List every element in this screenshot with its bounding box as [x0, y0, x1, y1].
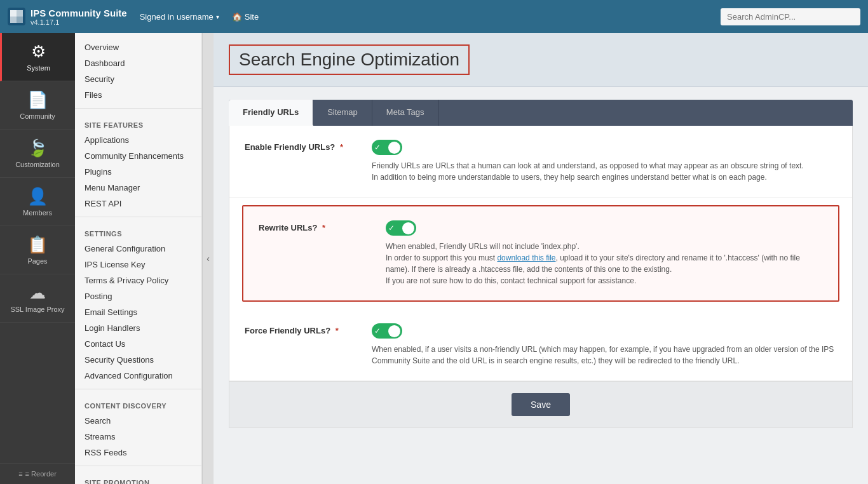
download-link[interactable]: download this file [497, 253, 555, 262]
sidebar-divider-3 [75, 389, 201, 389]
search-input[interactable] [721, 8, 860, 25]
sidebar-link-streams[interactable]: Streams [75, 429, 201, 445]
reorder-button[interactable]: ≡ ≡ Reorder [0, 463, 75, 484]
label-rewrite-urls: Rewrite URLs? * [259, 220, 386, 232]
control-enable-friendly-urls: ✓ Friendly URLs are URLs that a human ca… [372, 140, 837, 183]
svg-marker-3 [10, 17, 17, 23]
sidebar-divider-2 [75, 217, 201, 217]
sidebar-item-community-label: Community [20, 112, 55, 120]
content-body: Friendly URLs Sitemap Meta Tags Enable F… [214, 87, 868, 441]
system-icon: ⚙ [31, 42, 46, 62]
sidebar-link-plugins[interactable]: Plugins [75, 164, 201, 180]
community-icon: 📄 [27, 90, 48, 110]
sidebar-link-login-handlers[interactable]: Login Handlers [75, 320, 201, 336]
admin-search[interactable] [721, 8, 860, 25]
tab-sitemap[interactable]: Sitemap [313, 100, 372, 126]
pages-icon: 📋 [27, 235, 48, 255]
top-nav: Signed in username ▾ 🏠 Site [140, 12, 721, 22]
save-button[interactable]: Save [512, 393, 570, 416]
page-title-box: Search Engine Optimization [229, 44, 470, 75]
toggle-container-force-friendly-urls: ✓ [372, 323, 837, 339]
tab-meta-tags[interactable]: Meta Tags [372, 100, 439, 126]
sidebar-link-email-settings[interactable]: Email Settings [75, 304, 201, 320]
description-enable-friendly-urls: Friendly URLs are URLs that a human can … [372, 160, 837, 183]
highlighted-wrapper: Rewrite URLs? * ✓ When enabled, Friendly… [229, 205, 852, 302]
sidebar-collapse-button[interactable]: ‹ [202, 33, 214, 484]
customization-icon: 🍃 [27, 138, 48, 158]
sidebar-link-applications[interactable]: Applications [75, 132, 201, 148]
main-layout: ⚙ System 📄 Community 🍃 Customization 👤 M… [0, 33, 868, 484]
form-row-rewrite-urls: Rewrite URLs? * ✓ When enabled, Friendly… [242, 205, 839, 302]
sidebar-link-dashboard[interactable]: Dashboard [75, 55, 201, 71]
sidebar-link-search[interactable]: Search [75, 413, 201, 429]
sidebar-link-general-configuration[interactable]: General Configuration [75, 241, 201, 257]
tab-content: Enable Friendly URLs? * ✓ Friendly URLs … [229, 126, 853, 428]
tab-friendly-urls[interactable]: Friendly URLs [229, 100, 313, 126]
username: username [177, 12, 214, 22]
app-name: IPS Community Suite [31, 8, 127, 18]
sidebar-item-customization-label: Customization [15, 161, 60, 168]
sidebar-divider-1 [75, 108, 201, 109]
sidebar-link-rest-api[interactable]: REST API [75, 196, 201, 212]
sidebar-item-ssl-image-proxy[interactable]: ☁ SSL Image Proxy [0, 274, 75, 323]
icon-sidebar: ⚙ System 📄 Community 🍃 Customization 👤 M… [0, 33, 75, 484]
sidebar-link-advanced-configuration[interactable]: Advanced Configuration [75, 368, 201, 384]
sidebar-divider-4 [75, 466, 201, 466]
app-logo: IPS Community Suite v4.1.17.1 [8, 8, 127, 26]
page-header: Search Engine Optimization [214, 33, 868, 87]
svg-marker-2 [17, 10, 23, 17]
sidebar-section-site-features: Site Features [75, 114, 201, 132]
sidebar-link-files[interactable]: Files [75, 87, 201, 103]
site-link[interactable]: 🏠 Site [232, 12, 259, 22]
sidebar-item-members-label: Members [23, 209, 52, 217]
sidebar-item-community[interactable]: 📄 Community [0, 81, 75, 130]
description-force-friendly-urls: When enabled, if a user visits a non-fri… [372, 344, 837, 366]
page-title: Search Engine Optimization [239, 50, 459, 70]
sidebar-section-content-discovery: Content Discovery [75, 394, 201, 413]
sidebar-item-customization[interactable]: 🍃 Customization [0, 130, 75, 178]
app-version: v4.1.17.1 [31, 18, 127, 26]
sidebar-section-settings: Settings [75, 222, 201, 241]
toggle-container-enable-friendly-urls: ✓ [372, 140, 837, 155]
ssl-icon: ☁ [29, 283, 46, 303]
sidebar-link-posting[interactable]: Posting [75, 288, 201, 304]
label-enable-friendly-urls: Enable Friendly URLs? * [245, 140, 372, 152]
description-rewrite-urls: When enabled, Friendly URLs will not inc… [386, 241, 823, 286]
sidebar-link-menu-manager[interactable]: Menu Manager [75, 180, 201, 196]
sidebar-link-ips-license-key[interactable]: IPS License Key [75, 257, 201, 272]
sidebar-link-community-enhancements[interactable]: Community Enhancements [75, 148, 201, 164]
content-area: Search Engine Optimization Friendly URLs… [214, 33, 868, 484]
sidebar-item-system-label: System [27, 64, 50, 72]
toggle-knob-3 [388, 325, 400, 337]
user-dropdown-icon[interactable]: ▾ [216, 13, 219, 20]
toggle-enable-friendly-urls[interactable]: ✓ [372, 140, 402, 155]
toggle-force-friendly-urls[interactable]: ✓ [372, 323, 402, 339]
sidebar-item-members[interactable]: 👤 Members [0, 178, 75, 226]
home-icon: 🏠 [232, 12, 242, 22]
sidebar-link-terms-privacy[interactable]: Terms & Privacy Policy [75, 272, 201, 288]
sidebar-item-pages[interactable]: 📋 Pages [0, 226, 75, 274]
svg-marker-4 [17, 17, 23, 23]
toggle-knob-2 [402, 222, 414, 234]
sidebar-link-security-questions[interactable]: Security Questions [75, 352, 201, 368]
sidebar-link-overview[interactable]: Overview [75, 39, 201, 55]
sidebar-bottom: ≡ ≡ Reorder [0, 463, 75, 484]
control-force-friendly-urls: ✓ When enabled, if a user visits a non-f… [372, 323, 837, 366]
label-force-friendly-urls: Force Friendly URLs? * [245, 323, 372, 335]
sidebar-link-rss-feeds[interactable]: RSS Feeds [75, 445, 201, 460]
toggle-check-icon-2: ✓ [388, 224, 395, 232]
form-row-enable-friendly-urls: Enable Friendly URLs? * ✓ Friendly URLs … [229, 126, 852, 198]
sidebar-item-ssl-label: SSL Image Proxy [10, 306, 64, 313]
toggle-check-icon: ✓ [374, 143, 381, 152]
members-icon: 👤 [27, 187, 48, 206]
tabs-bar: Friendly URLs Sitemap Meta Tags [229, 100, 853, 126]
form-row-force-friendly-urls: Force Friendly URLs? * ✓ When enabled, i… [229, 309, 852, 381]
toggle-container-rewrite-urls: ✓ [386, 220, 823, 236]
save-bar: Save [229, 381, 852, 427]
sidebar-link-contact-us[interactable]: Contact Us [75, 336, 201, 352]
toggle-rewrite-urls[interactable]: ✓ [386, 220, 416, 236]
sidebar-section-site-promotion: Site Promotion [75, 471, 201, 484]
sidebar-item-system[interactable]: ⚙ System [0, 33, 75, 81]
sidebar-link-security[interactable]: Security [75, 71, 201, 87]
sidebar-item-pages-label: Pages [27, 257, 47, 265]
